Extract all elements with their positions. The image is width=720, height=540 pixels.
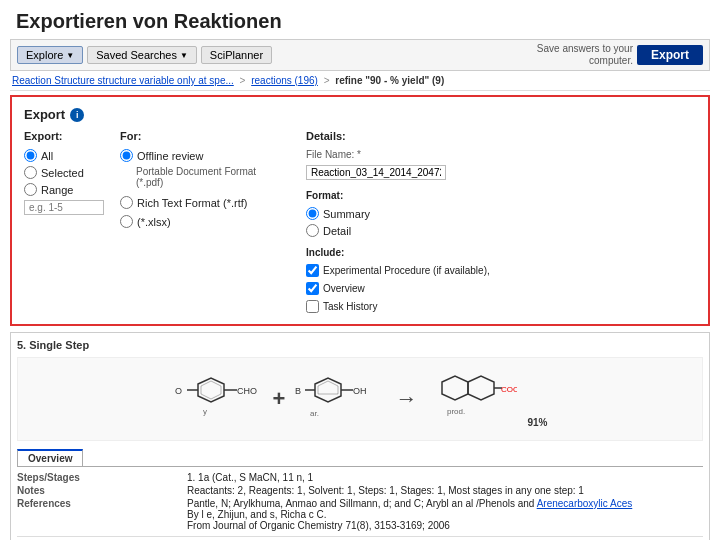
exp-procedure-label: Experimental Procedure: [17, 536, 703, 540]
export-selected-option[interactable]: Selected: [24, 166, 104, 179]
export-button[interactable]: Export: [637, 45, 703, 65]
export-dialog-title: Export i: [24, 107, 696, 122]
export-selected-label: Selected: [41, 167, 84, 179]
format-detail-option[interactable]: Detail: [306, 224, 490, 237]
plus-operator: +: [273, 386, 286, 412]
xlsx-option[interactable]: (*.xlsx): [120, 215, 290, 228]
export-options-col: Export: All Selected Range: [24, 130, 104, 314]
export-col-title: Export:: [24, 130, 104, 142]
page-title: Exportieren von Reaktionen: [16, 10, 704, 33]
saved-searches-chevron-icon: ▼: [180, 51, 188, 60]
save-hint-text: Save answers to your computer.: [513, 43, 633, 67]
pdf-sublabel: Portable Document Format(*.pdf): [136, 166, 290, 188]
explore-button[interactable]: Explore ▼: [17, 46, 83, 64]
format-summary-option[interactable]: Summary: [306, 207, 490, 220]
saved-searches-button[interactable]: Saved Searches ▼: [87, 46, 197, 64]
explore-label: Explore: [26, 49, 63, 61]
page-title-bar: Exportieren von Reaktionen: [0, 0, 720, 39]
svg-text:B: B: [295, 386, 301, 396]
yield-label: 91%: [527, 417, 547, 434]
export-all-label: All: [41, 150, 53, 162]
xlsx-radio[interactable]: [120, 215, 133, 228]
breadcrumb-sep1: >: [240, 75, 246, 86]
overview-tab[interactable]: Overview: [17, 449, 83, 466]
range-input[interactable]: [24, 200, 104, 215]
ref-author2: By l e, Zhijun, and s, Richa c C.: [187, 509, 327, 520]
xlsx-label: (*.xlsx): [137, 216, 171, 228]
breadcrumb-part2[interactable]: reactions (196): [251, 75, 318, 86]
main-content: Explore ▼ Saved Searches ▼ SciPlanner Sa…: [0, 39, 720, 540]
molecule-2-svg: B OH ar.: [295, 364, 385, 434]
export-range-label: Range: [41, 184, 73, 196]
toolbar: Explore ▼ Saved Searches ▼ SciPlanner Sa…: [10, 39, 710, 71]
rtf-label: Rich Text Format (*.rtf): [137, 197, 247, 209]
export-all-radio[interactable]: [24, 149, 37, 162]
molecule-1-svg: CHO O y: [173, 364, 263, 434]
svg-marker-8: [318, 381, 338, 394]
breadcrumb-part1[interactable]: Reaction Structure structure variable on…: [12, 75, 234, 86]
steps-stages-label: Steps/Stages: [17, 471, 187, 484]
export-title-text: Export: [24, 107, 65, 122]
file-name-input[interactable]: [306, 165, 446, 180]
svg-text:y: y: [203, 407, 207, 416]
rtf-radio[interactable]: [120, 196, 133, 209]
export-for-col: For: Offline review Portable Document Fo…: [120, 130, 290, 314]
include-exp-proc-option[interactable]: Experimental Procedure (if available),: [306, 264, 490, 277]
explore-chevron-icon: ▼: [66, 51, 74, 60]
breadcrumb-sep2: >: [324, 75, 330, 86]
export-range-radio[interactable]: [24, 183, 37, 196]
steps-stages-value: 1. 1a (Cat., S MaCN, 11 n, 1: [187, 471, 703, 484]
include-exp-proc-checkbox[interactable]: [306, 264, 319, 277]
rtf-option[interactable]: Rich Text Format (*.rtf): [120, 196, 290, 209]
reaction-arrow-icon: →: [395, 386, 417, 412]
scifinder-label: SciPlanner: [210, 49, 263, 61]
export-all-option[interactable]: All: [24, 149, 104, 162]
info-icon[interactable]: i: [70, 108, 84, 122]
export-dialog: Export i Export: All Selected Range: [10, 95, 710, 326]
format-summary-label: Summary: [323, 208, 370, 220]
format-label: Format:: [306, 190, 490, 201]
offline-review-option[interactable]: Offline review: [120, 149, 290, 162]
include-exp-proc-label: Experimental Procedure (if available),: [323, 265, 490, 276]
notes-label: Notes: [17, 484, 187, 497]
scifinder-button[interactable]: SciPlanner: [201, 46, 272, 64]
data-table: Steps/Stages 1. 1a (Cat., S MaCN, 11 n, …: [17, 471, 703, 532]
include-overview-checkbox[interactable]: [306, 282, 319, 295]
export-for-col-title: For:: [120, 130, 290, 142]
ref-link[interactable]: Arenecarboxylic Aces: [537, 498, 633, 509]
include-overview-label: Overview: [323, 283, 365, 294]
breadcrumb-part3: refine "90 - % yield" (9): [335, 75, 444, 86]
breadcrumb: Reaction Structure structure variable on…: [10, 73, 710, 91]
references-value: Pantle, N; Arylkhuma, Anmao and Sillmann…: [187, 497, 703, 532]
svg-text:prod.: prod.: [447, 407, 465, 416]
saved-searches-label: Saved Searches: [96, 49, 177, 61]
svg-text:O: O: [175, 386, 182, 396]
include-overview-option[interactable]: Overview: [306, 282, 490, 295]
include-task-history-checkbox[interactable]: [306, 300, 319, 313]
details-col-title: Details:: [306, 130, 490, 142]
reaction-card-title: 5. Single Step: [17, 339, 703, 351]
svg-marker-15: [468, 376, 494, 400]
include-label: Include:: [306, 247, 490, 258]
format-detail-radio[interactable]: [306, 224, 319, 237]
svg-marker-1: [201, 381, 221, 399]
notes-value: Reactants: 2, Reagents: 1, Solvent: 1, S…: [187, 484, 703, 497]
include-task-history-label: Task History: [323, 301, 377, 312]
product-svg: COOH prod.: [427, 364, 517, 434]
svg-text:CHO: CHO: [237, 386, 257, 396]
export-selected-radio[interactable]: [24, 166, 37, 179]
offline-review-label: Offline review: [137, 150, 203, 162]
export-range-option[interactable]: Range: [24, 183, 104, 196]
svg-text:OH: OH: [353, 386, 367, 396]
tabs-row: Overview: [17, 449, 703, 467]
svg-marker-14: [442, 376, 468, 400]
include-task-history-option[interactable]: Task History: [306, 300, 490, 313]
svg-text:COOH: COOH: [501, 385, 517, 394]
svg-marker-7: [315, 378, 341, 402]
references-label: References: [17, 497, 187, 532]
ref-journal: From Journal of Organic Chemistry 71(8),…: [187, 520, 450, 531]
offline-review-radio[interactable]: [120, 149, 133, 162]
format-summary-radio[interactable]: [306, 207, 319, 220]
reaction-diagram: CHO O y + B OH ar. →: [17, 357, 703, 441]
svg-marker-0: [198, 378, 224, 402]
